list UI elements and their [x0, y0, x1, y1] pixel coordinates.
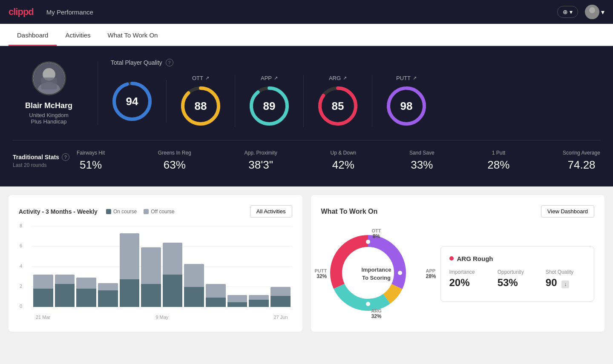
putt-segment-label: PUTT 32%: [315, 268, 327, 279]
x-label-mar: 21 Mar: [36, 315, 50, 320]
add-button[interactable]: ⊕ ▾: [557, 6, 578, 18]
bar-top-3: [98, 283, 118, 290]
detail-title: ARG Rough: [449, 255, 586, 262]
arg-score-value: 85: [332, 100, 344, 113]
activity-chart-card: Activity - 3 Months - Weekly On course O…: [9, 195, 302, 332]
trad-stat-scoring: Scoring Average 74.28: [563, 150, 600, 172]
player-name: Blair McHarg: [25, 101, 72, 110]
arg-circle: 85: [317, 85, 359, 127]
view-dashboard-button[interactable]: View Dashboard: [541, 205, 594, 218]
bar-group-0: [33, 226, 53, 307]
tab-activities[interactable]: Activities: [57, 24, 99, 46]
svg-point-21: [366, 240, 370, 244]
tab-what-to-work-on[interactable]: What To Work On: [99, 24, 167, 46]
trad-stats-help-icon[interactable]: ?: [62, 153, 69, 161]
player-avatar: [32, 61, 66, 95]
app-score-item: APP ↗ 89: [235, 75, 304, 127]
metric-shot-quality: Shot Quality 90 ↓: [546, 269, 585, 289]
bar-top-2: [76, 278, 96, 289]
on-course-label: On course: [113, 209, 137, 215]
arg-score-item: ARG ↗ 85: [304, 75, 372, 127]
bar-top-8: [206, 284, 226, 298]
svg-point-0: [589, 7, 595, 13]
bar-top-5: [141, 247, 161, 284]
bar-group-5: [141, 226, 161, 307]
ott-arrow: ↗: [205, 75, 209, 81]
bar-group-1: [55, 226, 75, 307]
bar-bottom-8: [206, 298, 226, 307]
ott-score-item: OTT ↗ 88: [167, 75, 235, 127]
avatar: [585, 5, 599, 19]
bar-top-7: [184, 264, 204, 287]
svg-point-22: [398, 271, 402, 275]
app-circle: 89: [248, 85, 291, 127]
app-segment-label: APP 28%: [426, 268, 436, 279]
top-nav: clippd My Performance ⊕ ▾ ▾: [0, 0, 613, 24]
bar-bottom-2: [76, 289, 96, 307]
bar-top-4: [120, 233, 140, 279]
trad-stat-1putt: 1 Putt 28%: [487, 150, 509, 172]
chart-legend: On course Off course: [106, 209, 175, 215]
importance-label: Importance: [449, 269, 489, 275]
score-circles: 94 OTT ↗ 88: [111, 75, 600, 127]
all-activities-button[interactable]: All Activities: [250, 205, 292, 218]
off-course-label: Off course: [151, 209, 174, 215]
app-arrow: ↗: [274, 75, 278, 81]
work-header: What To Work On View Dashboard: [321, 205, 595, 218]
bar-top-1: [55, 275, 75, 284]
player-country: United Kingdom: [29, 112, 69, 118]
trad-stats-label: Traditional Stats ? Last 20 rounds: [13, 153, 77, 168]
app-score-value: 89: [263, 100, 276, 113]
ott-segment-label: OTT 8%: [372, 228, 381, 239]
main-circle: 94: [111, 80, 153, 123]
chart-header: Activity - 3 Months - Weekly On course O…: [19, 205, 292, 218]
nav-title: My Performance: [46, 9, 93, 16]
chart-area: 8 6 4 2 0 21 Mar 9 May 27 Jun: [19, 226, 292, 320]
ott-circle: 88: [179, 85, 222, 127]
bottom-section: Activity - 3 Months - Weekly On course O…: [0, 186, 613, 340]
legend-on-course: On course: [106, 209, 137, 215]
bar-bottom-3: [98, 290, 118, 307]
opportunity-value: 53%: [498, 277, 537, 289]
quality-help-icon[interactable]: ?: [166, 59, 173, 66]
bar-group-6: [163, 226, 183, 307]
trad-stats-values: Fairways Hit 51% Greens In Reg 63% App. …: [77, 150, 600, 172]
hero-top: Blair McHarg United Kingdom Plus Handica…: [13, 59, 600, 127]
logo: clippd: [9, 6, 34, 17]
bar-group-9: [227, 226, 248, 307]
tab-dashboard[interactable]: Dashboard: [9, 24, 57, 46]
traditional-stats: Traditional Stats ? Last 20 rounds Fairw…: [13, 140, 600, 172]
putt-circle: 98: [385, 85, 428, 127]
donut-center-text: ImportanceTo Scoring: [357, 266, 396, 282]
legend-off-course: Off course: [144, 209, 174, 215]
ott-label: OTT ↗: [192, 75, 209, 81]
work-content: ImportanceTo Scoring OTT 8% APP 28% ARG …: [321, 226, 595, 321]
bar-bottom-6: [163, 275, 183, 307]
avatar-chevron: ▾: [601, 8, 604, 16]
player-info: Blair McHarg United Kingdom Plus Handica…: [13, 61, 98, 125]
quality-header: Total Player Quality ?: [111, 59, 600, 66]
main-score-value: 94: [126, 95, 138, 108]
bar-top-9: [227, 295, 248, 302]
bar-bottom-10: [249, 300, 269, 307]
chart-title: Activity - 3 Months - Weekly: [19, 208, 98, 215]
shot-quality-label: Shot Quality: [546, 269, 585, 275]
metric-importance: Importance 20%: [449, 269, 489, 289]
trad-stat-sandsave: Sand Save 33%: [409, 150, 435, 172]
bar-group-10: [249, 226, 269, 307]
plus-icon: ⊕: [563, 9, 568, 15]
quality-section: Total Player Quality ? 94: [111, 59, 600, 127]
bar-bottom-0: [33, 289, 53, 307]
trad-stat-updown: Up & Down 42%: [331, 150, 357, 172]
work-detail-card: ARG Rough Importance 20% Opportunity 53%…: [440, 246, 595, 302]
quality-title: Total Player Quality: [111, 59, 162, 66]
svg-point-1: [587, 13, 598, 19]
hero-section: Blair McHarg United Kingdom Plus Handica…: [0, 46, 613, 186]
avatar-button[interactable]: ▾: [585, 5, 604, 19]
bar-group-11: [271, 226, 291, 307]
putt-label: PUTT ↗: [396, 75, 417, 81]
bar-bottom-11: [271, 296, 291, 307]
shot-quality-value: 90 ↓: [546, 277, 585, 289]
svg-rect-5: [41, 77, 57, 89]
arg-arrow: ↗: [343, 75, 347, 81]
